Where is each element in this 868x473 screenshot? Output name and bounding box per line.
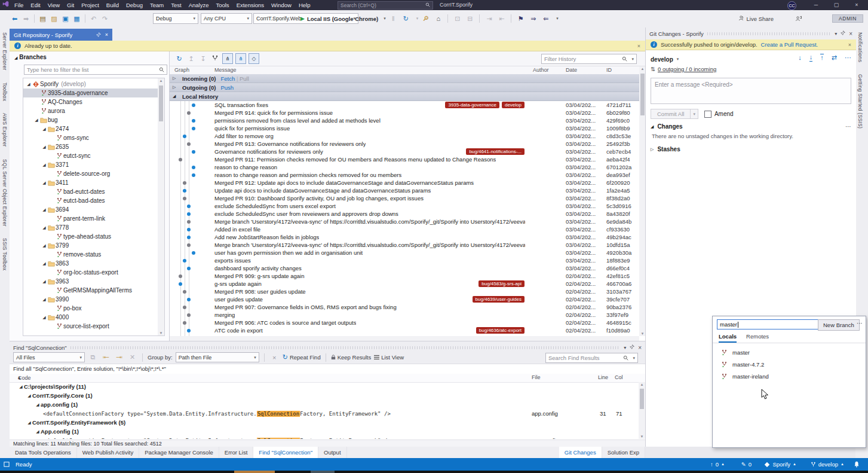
tool-tab-server-explorer[interactable]: Server Explorer bbox=[0, 28, 10, 75]
pending-edits-button[interactable]: ✎0 bbox=[741, 458, 752, 471]
collapse-icon[interactable]: ◢ bbox=[33, 118, 39, 123]
search-find-results-input[interactable]: Search Find Results ▾ bbox=[545, 353, 638, 363]
bottom-tab-git-changes[interactable]: Git Changes bbox=[559, 447, 602, 458]
commit-row[interactable]: ATC code in exportbug/4636/atc-export02/… bbox=[170, 326, 639, 334]
collapse-icon[interactable]: ◢ bbox=[26, 393, 32, 398]
tree-item-parent-term-link[interactable]: parent-term-link bbox=[23, 214, 158, 223]
tool-tab-sql-server-object-explorer[interactable]: SQL Server Object Explorer bbox=[0, 154, 10, 231]
tree-item-source-list-export[interactable]: source-list-export bbox=[23, 322, 158, 331]
close-icon[interactable]: × bbox=[638, 344, 642, 351]
commit-row[interactable]: reason to change reason and permission c… bbox=[170, 171, 639, 179]
prev-bookmark-icon[interactable]: ⇐ bbox=[541, 15, 551, 23]
list-view-button[interactable]: List View bbox=[374, 354, 404, 361]
refresh-icon[interactable]: ↻ bbox=[401, 15, 411, 23]
commit-row[interactable]: SQL transaction fixes3935-data-governanc… bbox=[170, 101, 639, 109]
git-changes-title-bar[interactable]: Git Changes - Sporify ▾ × bbox=[646, 28, 856, 39]
collapse-icon[interactable]: ◢ bbox=[35, 429, 41, 434]
commit-row[interactable]: exclude ScheduledSync from users excel e… bbox=[170, 202, 639, 210]
branch-tag[interactable]: bug/4639/user-guides bbox=[473, 296, 525, 303]
commit-row[interactable]: Governance notifications for reviewers o… bbox=[170, 148, 639, 155]
commit-row[interactable]: reason to change reason03/04/202...67012… bbox=[170, 163, 639, 171]
commit-row[interactable]: dashboard sporify activity changes03/04/… bbox=[170, 264, 639, 272]
commit-row[interactable]: Merged PR 906: ATC codes is source and t… bbox=[170, 319, 639, 326]
collapse-icon[interactable]: ◢ bbox=[41, 225, 47, 230]
push-icon[interactable]: ↑ bbox=[820, 54, 824, 62]
bottom-tab-find-sqlconnection-[interactable]: Find "SqlConnection" bbox=[253, 447, 318, 458]
bottom-tab-output[interactable]: Output bbox=[318, 447, 347, 458]
find-results-scrollbar[interactable]: ▲ ▼ bbox=[639, 382, 645, 439]
tree-item-3990[interactable]: ◢3990 bbox=[23, 295, 158, 304]
show-tags-toggle[interactable]: ◇ bbox=[249, 53, 259, 64]
group-by-dropdown[interactable]: Path then File▾ bbox=[176, 352, 259, 362]
scope-dropdown[interactable]: All Files▾ bbox=[13, 352, 85, 362]
platform-dropdown[interactable]: Any CPU▾ bbox=[201, 13, 252, 24]
menu-item-team[interactable]: Team bbox=[146, 0, 167, 10]
commit-row[interactable]: Update api docs to include dataGovernanc… bbox=[170, 187, 639, 194]
commit-row[interactable]: Merged PR 912: Update api docs to includ… bbox=[170, 179, 639, 187]
commit-row[interactable]: Merge branch 'Userstory/4172/veeva-sync'… bbox=[170, 218, 639, 225]
commit-row[interactable]: g-srs update againbug/4583/g-srs-api02/0… bbox=[170, 280, 639, 288]
commit-message-input[interactable]: Enter a message <Required> bbox=[651, 78, 851, 104]
configuration-dropdown[interactable]: Debug▾ bbox=[153, 13, 198, 24]
drag-handle[interactable] bbox=[707, 32, 831, 35]
tool-tab-getting-started-ssis-[interactable]: Getting Started (SSIS) bbox=[855, 69, 865, 133]
outgoing-group-row[interactable]: ▷ Outgoing (0) Push bbox=[170, 83, 645, 92]
tree-item-eutct-sync[interactable]: eutct-sync bbox=[23, 151, 158, 160]
branch-caret-icon[interactable]: ▾ bbox=[677, 57, 679, 62]
bookmark-caret-icon[interactable]: ▾ bbox=[556, 16, 559, 21]
tool-tab-ssis-toolbox[interactable]: SSIS Toolbox bbox=[0, 233, 10, 275]
go-to-child-icon[interactable]: ↧ bbox=[198, 55, 208, 63]
tree-item-3963[interactable]: ◢3963 bbox=[23, 277, 158, 286]
compare-commits-icon[interactable] bbox=[210, 54, 220, 63]
close-button[interactable]: × bbox=[848, 0, 866, 10]
pause-icon[interactable]: ‖ bbox=[388, 15, 398, 22]
stop-icon[interactable]: × bbox=[269, 354, 280, 361]
branches-section-header[interactable]: ◢ Branches bbox=[14, 54, 47, 60]
stashes-section-header[interactable]: ▷ Stashes bbox=[651, 146, 680, 152]
menu-item-tools[interactable]: Tools bbox=[212, 0, 232, 10]
save-icon[interactable]: ▣ bbox=[60, 15, 70, 23]
find-result-row[interactable]: <defaultConnectionFactory type="System.D… bbox=[10, 436, 639, 439]
clear-icon[interactable]: ✕︎ bbox=[127, 353, 137, 361]
changes-more-icon[interactable]: ⋯ bbox=[845, 123, 851, 130]
find-result-row[interactable]: ◢app.config (1) bbox=[10, 400, 639, 409]
save-all-icon[interactable]: ▦ bbox=[72, 15, 82, 23]
commit-row[interactable]: Merged PR 909: g-srs update again02/04/2… bbox=[170, 272, 639, 280]
more-actions-icon[interactable]: ⋯ bbox=[845, 54, 851, 62]
navigate-to-icon[interactable]: ⌂ bbox=[433, 15, 443, 22]
tab-git-repository[interactable]: Git Repository - Sporify × bbox=[10, 29, 112, 41]
tool-tab-notifications[interactable]: Notifications bbox=[855, 28, 865, 67]
tree-item-eutct-bad-dates[interactable]: eutct-bad-dates bbox=[23, 196, 158, 205]
menu-item-analyze[interactable]: Analyze bbox=[185, 0, 213, 10]
collapse-icon[interactable]: ◢ bbox=[41, 279, 47, 284]
collapse-icon[interactable]: ◢ bbox=[26, 420, 32, 425]
branch-button[interactable]: develop▲ bbox=[811, 458, 844, 471]
tree-item-type-ahead-status[interactable]: type-ahead-status bbox=[23, 232, 158, 241]
bottom-tab-solution-exp[interactable]: Solution Exp bbox=[602, 447, 645, 458]
history-horizontal-scrollbar[interactable] bbox=[170, 336, 639, 341]
collapse-icon[interactable]: ◢ bbox=[173, 94, 177, 99]
pull-icon[interactable]: ↓ bbox=[809, 54, 813, 62]
column-header-file[interactable]: File bbox=[532, 374, 541, 380]
feedback-icon[interactable] bbox=[795, 13, 802, 24]
tree-item-3863[interactable]: ◢3863 bbox=[23, 259, 158, 268]
bottom-tab-error-list[interactable]: Error List bbox=[219, 447, 254, 458]
menu-item-help[interactable]: Help bbox=[295, 0, 314, 10]
keep-results-button[interactable]: Keep Results bbox=[331, 354, 372, 361]
tree-item-remove-status[interactable]: remove-status bbox=[23, 250, 158, 259]
tree-item-getrmsmappingallterms[interactable]: GetRMSMappingAllTerms bbox=[23, 286, 158, 295]
maximize-button[interactable]: ▢ bbox=[827, 0, 845, 10]
find-result-row[interactable]: ◢C:\projects\Sporify (11) bbox=[10, 382, 639, 391]
admin-button[interactable]: ADMIN bbox=[832, 14, 863, 23]
branch-tag[interactable]: bug/4636/atc-export bbox=[476, 327, 525, 334]
tree-item-aurora[interactable]: aurora bbox=[23, 106, 158, 115]
collapse-icon[interactable]: ◢ bbox=[41, 207, 47, 212]
run-icon[interactable]: ▶ bbox=[300, 16, 305, 22]
pin-icon[interactable] bbox=[96, 32, 101, 38]
refresh-caret-icon[interactable]: ▾ bbox=[416, 16, 419, 21]
find-result-row[interactable]: <defaultConnectionFactory type="System.D… bbox=[10, 409, 639, 418]
bottom-tab-web-publish-activity[interactable]: Web Publish Activity bbox=[77, 447, 139, 458]
collapse-icon[interactable]: ◢ bbox=[41, 145, 47, 149]
popup-tab-remotes[interactable]: Remotes bbox=[746, 333, 769, 343]
pull-link[interactable]: Pull bbox=[240, 75, 249, 82]
